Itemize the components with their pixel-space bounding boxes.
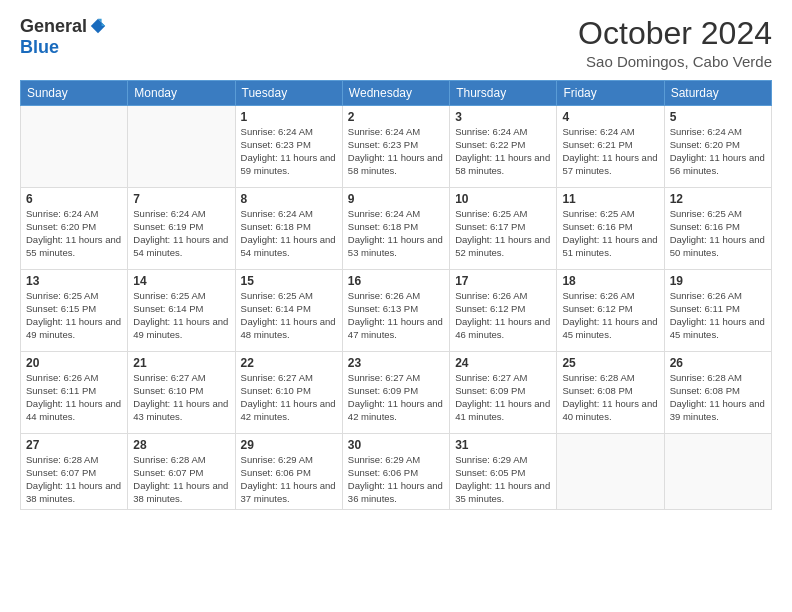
- table-row: 28Sunrise: 6:28 AM Sunset: 6:07 PM Dayli…: [128, 434, 235, 510]
- day-number: 17: [455, 274, 551, 288]
- table-row: 3Sunrise: 6:24 AM Sunset: 6:22 PM Daylig…: [450, 106, 557, 188]
- col-thursday: Thursday: [450, 81, 557, 106]
- table-row: 9Sunrise: 6:24 AM Sunset: 6:18 PM Daylig…: [342, 188, 449, 270]
- table-row: 7Sunrise: 6:24 AM Sunset: 6:19 PM Daylig…: [128, 188, 235, 270]
- day-number: 10: [455, 192, 551, 206]
- day-info: Sunrise: 6:26 AM Sunset: 6:12 PM Dayligh…: [455, 290, 551, 341]
- day-info: Sunrise: 6:28 AM Sunset: 6:08 PM Dayligh…: [670, 372, 766, 423]
- day-info: Sunrise: 6:27 AM Sunset: 6:10 PM Dayligh…: [241, 372, 337, 423]
- table-row: [664, 434, 771, 510]
- logo-general-text: General: [20, 16, 87, 37]
- day-number: 24: [455, 356, 551, 370]
- table-row: 15Sunrise: 6:25 AM Sunset: 6:14 PM Dayli…: [235, 270, 342, 352]
- day-number: 14: [133, 274, 229, 288]
- table-row: [21, 106, 128, 188]
- table-row: 26Sunrise: 6:28 AM Sunset: 6:08 PM Dayli…: [664, 352, 771, 434]
- table-row: [128, 106, 235, 188]
- day-number: 8: [241, 192, 337, 206]
- table-row: 18Sunrise: 6:26 AM Sunset: 6:12 PM Dayli…: [557, 270, 664, 352]
- day-info: Sunrise: 6:26 AM Sunset: 6:11 PM Dayligh…: [26, 372, 122, 423]
- table-row: 29Sunrise: 6:29 AM Sunset: 6:06 PM Dayli…: [235, 434, 342, 510]
- day-number: 15: [241, 274, 337, 288]
- day-number: 13: [26, 274, 122, 288]
- day-number: 7: [133, 192, 229, 206]
- day-number: 2: [348, 110, 444, 124]
- col-saturday: Saturday: [664, 81, 771, 106]
- table-row: 13Sunrise: 6:25 AM Sunset: 6:15 PM Dayli…: [21, 270, 128, 352]
- header: General Blue October 2024 Sao Domingos, …: [20, 16, 772, 70]
- day-number: 11: [562, 192, 658, 206]
- table-row: 24Sunrise: 6:27 AM Sunset: 6:09 PM Dayli…: [450, 352, 557, 434]
- col-friday: Friday: [557, 81, 664, 106]
- table-row: 25Sunrise: 6:28 AM Sunset: 6:08 PM Dayli…: [557, 352, 664, 434]
- table-row: 22Sunrise: 6:27 AM Sunset: 6:10 PM Dayli…: [235, 352, 342, 434]
- day-number: 29: [241, 438, 337, 452]
- table-row: 27Sunrise: 6:28 AM Sunset: 6:07 PM Dayli…: [21, 434, 128, 510]
- day-info: Sunrise: 6:26 AM Sunset: 6:11 PM Dayligh…: [670, 290, 766, 341]
- day-info: Sunrise: 6:28 AM Sunset: 6:07 PM Dayligh…: [133, 454, 229, 505]
- day-info: Sunrise: 6:25 AM Sunset: 6:16 PM Dayligh…: [562, 208, 658, 259]
- col-tuesday: Tuesday: [235, 81, 342, 106]
- logo: General Blue: [20, 16, 107, 58]
- table-row: 6Sunrise: 6:24 AM Sunset: 6:20 PM Daylig…: [21, 188, 128, 270]
- day-info: Sunrise: 6:24 AM Sunset: 6:23 PM Dayligh…: [241, 126, 337, 177]
- day-number: 18: [562, 274, 658, 288]
- table-row: 20Sunrise: 6:26 AM Sunset: 6:11 PM Dayli…: [21, 352, 128, 434]
- day-info: Sunrise: 6:25 AM Sunset: 6:15 PM Dayligh…: [26, 290, 122, 341]
- day-number: 19: [670, 274, 766, 288]
- day-info: Sunrise: 6:24 AM Sunset: 6:20 PM Dayligh…: [26, 208, 122, 259]
- day-info: Sunrise: 6:26 AM Sunset: 6:12 PM Dayligh…: [562, 290, 658, 341]
- location: Sao Domingos, Cabo Verde: [578, 53, 772, 70]
- title-section: October 2024 Sao Domingos, Cabo Verde: [578, 16, 772, 70]
- day-number: 12: [670, 192, 766, 206]
- day-info: Sunrise: 6:24 AM Sunset: 6:21 PM Dayligh…: [562, 126, 658, 177]
- day-info: Sunrise: 6:28 AM Sunset: 6:08 PM Dayligh…: [562, 372, 658, 423]
- day-info: Sunrise: 6:25 AM Sunset: 6:17 PM Dayligh…: [455, 208, 551, 259]
- day-info: Sunrise: 6:28 AM Sunset: 6:07 PM Dayligh…: [26, 454, 122, 505]
- day-number: 16: [348, 274, 444, 288]
- day-number: 27: [26, 438, 122, 452]
- day-info: Sunrise: 6:24 AM Sunset: 6:18 PM Dayligh…: [241, 208, 337, 259]
- table-row: 1Sunrise: 6:24 AM Sunset: 6:23 PM Daylig…: [235, 106, 342, 188]
- day-info: Sunrise: 6:25 AM Sunset: 6:14 PM Dayligh…: [241, 290, 337, 341]
- logo-blue-text: Blue: [20, 37, 59, 58]
- day-number: 30: [348, 438, 444, 452]
- calendar-header-row: Sunday Monday Tuesday Wednesday Thursday…: [21, 81, 772, 106]
- day-number: 25: [562, 356, 658, 370]
- day-info: Sunrise: 6:25 AM Sunset: 6:16 PM Dayligh…: [670, 208, 766, 259]
- day-info: Sunrise: 6:29 AM Sunset: 6:06 PM Dayligh…: [348, 454, 444, 505]
- day-info: Sunrise: 6:27 AM Sunset: 6:10 PM Dayligh…: [133, 372, 229, 423]
- day-info: Sunrise: 6:24 AM Sunset: 6:19 PM Dayligh…: [133, 208, 229, 259]
- day-number: 1: [241, 110, 337, 124]
- table-row: 2Sunrise: 6:24 AM Sunset: 6:23 PM Daylig…: [342, 106, 449, 188]
- day-info: Sunrise: 6:24 AM Sunset: 6:22 PM Dayligh…: [455, 126, 551, 177]
- day-number: 6: [26, 192, 122, 206]
- table-row: 21Sunrise: 6:27 AM Sunset: 6:10 PM Dayli…: [128, 352, 235, 434]
- table-row: [557, 434, 664, 510]
- col-wednesday: Wednesday: [342, 81, 449, 106]
- month-title: October 2024: [578, 16, 772, 51]
- day-number: 5: [670, 110, 766, 124]
- logo-icon: [89, 17, 107, 35]
- table-row: 10Sunrise: 6:25 AM Sunset: 6:17 PM Dayli…: [450, 188, 557, 270]
- day-info: Sunrise: 6:24 AM Sunset: 6:23 PM Dayligh…: [348, 126, 444, 177]
- day-info: Sunrise: 6:24 AM Sunset: 6:18 PM Dayligh…: [348, 208, 444, 259]
- table-row: 16Sunrise: 6:26 AM Sunset: 6:13 PM Dayli…: [342, 270, 449, 352]
- table-row: 23Sunrise: 6:27 AM Sunset: 6:09 PM Dayli…: [342, 352, 449, 434]
- day-number: 26: [670, 356, 766, 370]
- day-info: Sunrise: 6:25 AM Sunset: 6:14 PM Dayligh…: [133, 290, 229, 341]
- day-number: 9: [348, 192, 444, 206]
- col-sunday: Sunday: [21, 81, 128, 106]
- table-row: 4Sunrise: 6:24 AM Sunset: 6:21 PM Daylig…: [557, 106, 664, 188]
- day-info: Sunrise: 6:26 AM Sunset: 6:13 PM Dayligh…: [348, 290, 444, 341]
- day-info: Sunrise: 6:27 AM Sunset: 6:09 PM Dayligh…: [455, 372, 551, 423]
- day-number: 4: [562, 110, 658, 124]
- day-number: 20: [26, 356, 122, 370]
- table-row: 30Sunrise: 6:29 AM Sunset: 6:06 PM Dayli…: [342, 434, 449, 510]
- day-info: Sunrise: 6:29 AM Sunset: 6:06 PM Dayligh…: [241, 454, 337, 505]
- day-number: 22: [241, 356, 337, 370]
- day-info: Sunrise: 6:24 AM Sunset: 6:20 PM Dayligh…: [670, 126, 766, 177]
- col-monday: Monday: [128, 81, 235, 106]
- day-number: 23: [348, 356, 444, 370]
- table-row: 17Sunrise: 6:26 AM Sunset: 6:12 PM Dayli…: [450, 270, 557, 352]
